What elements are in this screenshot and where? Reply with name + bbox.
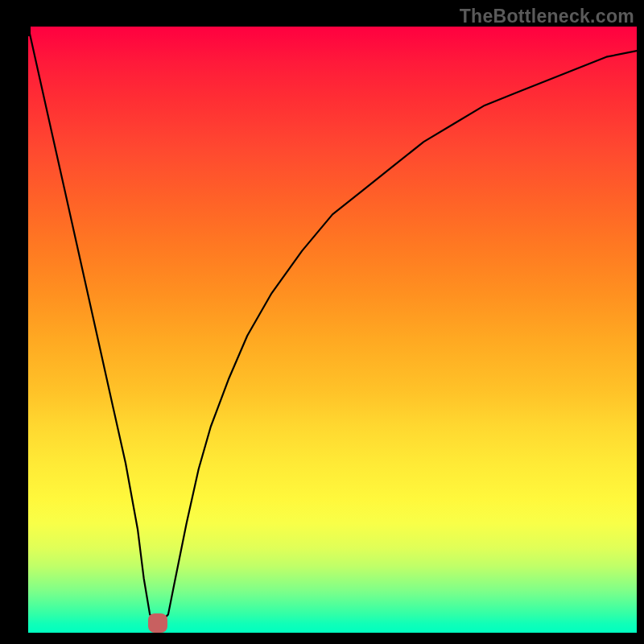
curve-path — [28, 27, 637, 621]
minimum-marker — [148, 613, 167, 633]
chart-stage: TheBottleneck.com — [0, 0, 644, 644]
bottleneck-curve — [0, 0, 644, 644]
